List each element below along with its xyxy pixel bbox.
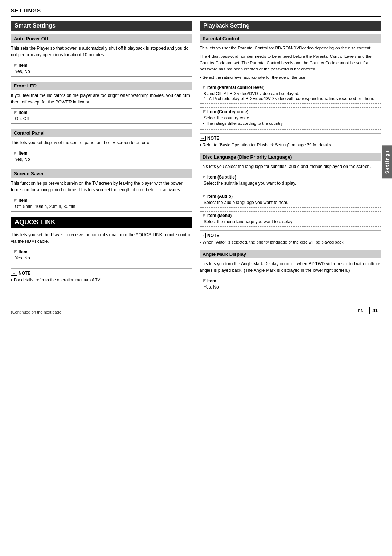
- parental-body1: This lets you set the Parental Control f…: [200, 45, 381, 51]
- note-icon-2: →: [200, 136, 206, 141]
- corner-icon: [14, 64, 17, 67]
- aquos-link-item-box: Item Yes, No: [11, 248, 192, 263]
- audio-label: Item (Audio): [203, 194, 378, 199]
- corner-icon-8: [203, 176, 206, 179]
- parental-note-title: → NOTE: [200, 136, 381, 141]
- front-led-header: Front LED: [11, 82, 192, 90]
- parental-bullet: • Select the rating level appropriate fo…: [200, 74, 381, 80]
- playback-setting-title: Playback Setting: [200, 21, 381, 31]
- control-panel-body: This lets you set display of the control…: [11, 139, 192, 146]
- auto-power-off-item-label: Item: [14, 63, 189, 68]
- parental-level-box: Item (Parental control level) 8 and Off:…: [200, 83, 381, 104]
- parental-level-label: Item (Parental control level): [203, 85, 378, 90]
- screen-saver-item-label: Item: [14, 198, 189, 203]
- audio-box: Item (Audio) Select the audio language y…: [200, 192, 381, 208]
- subtitle-label: Item (Subtitle): [203, 175, 378, 180]
- disc-language-note-title: → NOTE: [200, 233, 381, 238]
- angle-mark-item-box: Item Yes, No: [200, 277, 381, 292]
- country-code-box: Item (Country code) Select the country c…: [200, 107, 381, 130]
- top-divider: [11, 16, 381, 17]
- screen-saver-item-box: Item Off, 5min, 10min, 20min, 30min: [11, 196, 192, 212]
- control-panel-item-label: Item: [14, 151, 189, 156]
- note-icon-3: →: [200, 233, 206, 238]
- front-led-body: If you feel that the indicators on the p…: [11, 92, 192, 105]
- aquos-link-item-label: Item: [14, 249, 189, 254]
- control-panel-item-box: Item Yes, No: [11, 149, 192, 164]
- control-panel-header: Control Panel: [11, 129, 192, 137]
- corner-icon-3: [14, 152, 17, 155]
- page-number: 41: [369, 307, 381, 314]
- corner-icon-5: [14, 250, 17, 253]
- screen-saver-header: Screen Saver: [11, 169, 192, 178]
- front-led-item-box: Item On, Off: [11, 108, 192, 124]
- auto-power-off-body: This sets the Player so that power is au…: [11, 45, 192, 58]
- screen-saver-body: This function helps prevent burn-in on t…: [11, 180, 192, 193]
- corner-icon-6: [203, 86, 206, 89]
- audio-text: Select the audio language you want to he…: [203, 200, 378, 205]
- aquos-link-body: This lets you set the Player to receive …: [11, 232, 192, 245]
- angle-mark-body: This lets you turn the Angle Mark Displa…: [200, 261, 381, 274]
- aquos-link-section: AQUOS LINK This lets you set the Player …: [11, 217, 192, 283]
- country-code-text1: Select the country code.: [203, 115, 378, 120]
- settings-sidebar-tab: Settings: [382, 145, 392, 178]
- parental-note-text: • Refer to "Basic Operation for Playback…: [200, 142, 381, 148]
- parental-level-text2: 1–7: Prohibits play of BD-video/DVD-vide…: [203, 96, 378, 101]
- menu-text: Select the menu language you want to dis…: [203, 219, 378, 224]
- aquos-link-title: AQUOS LINK: [11, 217, 192, 228]
- disc-language-header: Disc Language (Disc Priority Language): [200, 153, 381, 161]
- subtitle-box: Item (Subtitle) Select the subtitle lang…: [200, 173, 381, 188]
- angle-mark-header: Angle Mark Display: [200, 250, 381, 258]
- bottom-bar: (Continued on the next page) EN - 41: [11, 304, 381, 314]
- disc-language-body: This lets you select the language for su…: [200, 163, 381, 170]
- menu-box: Item (Menu) Select the menu language you…: [200, 211, 381, 227]
- angle-mark-item-value: Yes, No: [203, 285, 378, 290]
- angle-mark-item-label: Item: [203, 278, 378, 283]
- disc-language-note: → NOTE • When "Auto" is selected, the pr…: [200, 230, 381, 245]
- disc-language-note-text: • When "Auto" is selected, the priority …: [200, 239, 381, 245]
- parental-body2: The 4-digit password number needs to be …: [200, 53, 381, 72]
- auto-power-off-item-value: Yes, No: [14, 69, 189, 74]
- left-column: Smart Settings Auto Power Off This sets …: [11, 21, 192, 288]
- dash-label: -: [366, 308, 367, 313]
- corner-icon-7: [203, 110, 206, 113]
- aquos-link-note: → NOTE • For details, refer to the opera…: [11, 268, 192, 283]
- parental-level-text1: 8 and Off: All BD-video/DVD-video can be…: [203, 91, 378, 96]
- country-code-bullet: • The ratings differ according to the co…: [203, 120, 378, 126]
- front-led-item-label: Item: [14, 110, 189, 115]
- menu-label: Item (Menu): [203, 213, 378, 218]
- aquos-link-item-value: Yes, No: [14, 255, 189, 261]
- aquos-link-note-title: → NOTE: [11, 271, 192, 276]
- corner-icon-9: [203, 195, 206, 198]
- corner-icon-2: [14, 111, 17, 114]
- smart-settings-title: Smart Settings: [11, 21, 192, 31]
- auto-power-off-item-box: Item Yes, No: [11, 61, 192, 77]
- corner-icon-11: [203, 279, 206, 282]
- aquos-link-note-text: • For details, refer to the operation ma…: [11, 277, 192, 283]
- corner-icon-10: [203, 214, 206, 217]
- corner-icon-4: [14, 199, 17, 202]
- settings-header: SETTINGS: [11, 7, 381, 13]
- right-column: Playback Setting Parental Control This l…: [200, 21, 381, 297]
- note-icon: →: [11, 271, 17, 276]
- screen-saver-item-value: Off, 5min, 10min, 20min, 30min: [14, 204, 189, 209]
- continued-text: (Continued on the next page): [11, 310, 63, 314]
- auto-power-off-header: Auto Power Off: [11, 34, 192, 43]
- en-label: EN: [358, 308, 363, 313]
- parental-note: → NOTE • Refer to "Basic Operation for P…: [200, 133, 381, 148]
- parental-control-header: Parental Control: [200, 34, 381, 43]
- control-panel-item-value: Yes, No: [14, 157, 189, 162]
- country-code-label: Item (Country code): [203, 109, 378, 114]
- front-led-item-value: On, Off: [14, 116, 189, 121]
- subtitle-text: Select the subtitle language you want to…: [203, 181, 378, 186]
